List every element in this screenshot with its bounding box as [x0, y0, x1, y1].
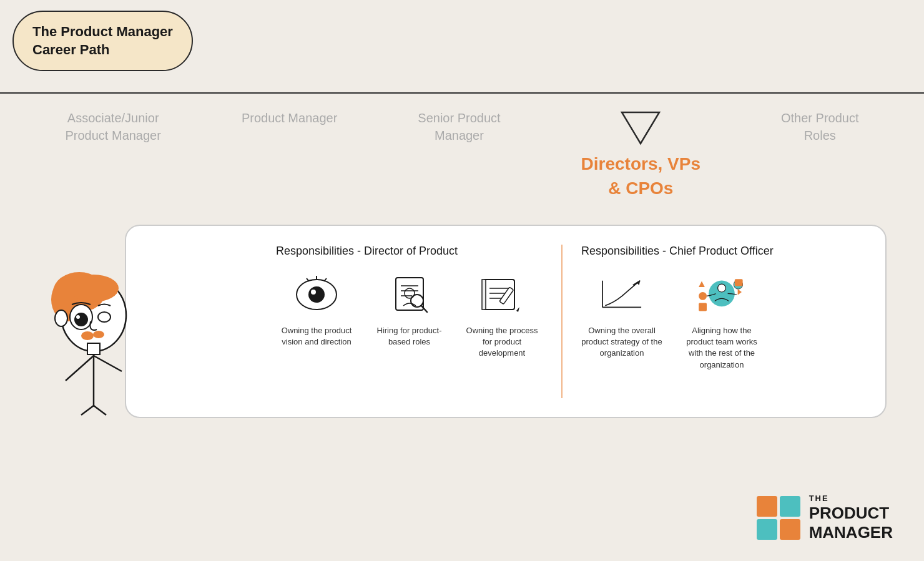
notebook-icon	[477, 273, 527, 316]
svg-marker-45	[699, 281, 705, 287]
cpo-responsibilities: Owning the overall product strategy of t…	[581, 273, 848, 371]
svg-point-10	[55, 310, 67, 326]
process-label: Owning the process for product developme…	[461, 325, 543, 359]
page-title: The Product Manager Career Path	[32, 23, 173, 59]
title-badge: The Product Manager Career Path	[12, 11, 193, 71]
svg-point-17	[93, 331, 104, 338]
magnify-icon	[385, 273, 435, 316]
svg-line-3	[94, 356, 122, 371]
nav-senior[interactable]: Senior ProductManager	[418, 97, 500, 144]
people-icon	[697, 273, 747, 316]
svg-rect-33	[482, 280, 486, 310]
svg-point-21	[311, 290, 316, 295]
logo-sq-teal-bl	[757, 519, 777, 540]
svg-point-9	[69, 275, 119, 302]
director-section-title: Responsibilities - Director of Product	[276, 245, 543, 258]
svg-rect-18	[87, 343, 100, 354]
eye-icon	[292, 273, 342, 316]
vision-label: Owning the product vision and direction	[276, 325, 357, 348]
career-nav: Associate/JuniorProduct Manager Product …	[0, 97, 924, 200]
svg-marker-38	[516, 307, 519, 312]
nav-other[interactable]: Other ProductRoles	[781, 97, 859, 144]
resp-hiring: Hiring for product-based roles	[376, 273, 443, 348]
nav-associate[interactable]: Associate/JuniorProduct Manager	[65, 97, 160, 144]
nav-pm[interactable]: Product Manager	[242, 97, 337, 127]
logo-sq-orange-tl	[757, 496, 777, 517]
header-divider	[0, 92, 924, 94]
strategy-label: Owning the overall product strategy of t…	[581, 325, 662, 359]
director-section: Responsibilities - Director of Product	[263, 245, 555, 398]
resp-align: Aligning how the product team works with…	[681, 273, 762, 371]
svg-line-2	[66, 356, 94, 381]
triangle-icon	[619, 109, 662, 147]
brand-logo: THE PRODUCT MANAGER	[757, 494, 893, 542]
svg-rect-47	[699, 303, 707, 311]
svg-point-13	[76, 315, 80, 319]
svg-line-4	[81, 406, 94, 415]
svg-rect-25	[396, 278, 423, 310]
svg-point-14	[98, 312, 111, 322]
logo-sq-teal-tr	[780, 496, 800, 517]
svg-point-16	[81, 331, 94, 340]
cpo-section-title: Responsibilities - Chief Product Officer	[581, 245, 848, 258]
character-illustration	[34, 218, 159, 424]
cpo-section: Responsibilities - Chief Product Officer	[569, 245, 860, 398]
svg-rect-49	[735, 279, 743, 286]
nav-director[interactable]: Directors, VPs& CPOs	[581, 97, 700, 200]
svg-point-12	[74, 313, 88, 326]
chart-icon	[597, 273, 647, 316]
svg-marker-50	[738, 289, 742, 295]
hiring-label: Hiring for product-based roles	[376, 325, 443, 348]
svg-marker-0	[622, 112, 659, 144]
logo-text: THE PRODUCT MANAGER	[809, 494, 893, 542]
svg-point-20	[308, 286, 325, 303]
align-label: Aligning how the product team works with…	[681, 325, 762, 371]
svg-point-44	[718, 284, 726, 292]
director-responsibilities: Owning the product vision and direction	[276, 273, 543, 359]
svg-line-5	[94, 406, 106, 415]
logo-sq-orange-br	[780, 519, 800, 540]
svg-point-46	[699, 292, 707, 300]
resp-strategy: Owning the overall product strategy of t…	[581, 273, 662, 359]
resp-vision: Owning the product vision and direction	[276, 273, 357, 348]
section-divider	[561, 245, 563, 398]
logo-squares	[757, 496, 800, 540]
main-card: Responsibilities - Director of Product	[125, 225, 887, 418]
resp-process: Owning the process for product developme…	[461, 273, 543, 359]
